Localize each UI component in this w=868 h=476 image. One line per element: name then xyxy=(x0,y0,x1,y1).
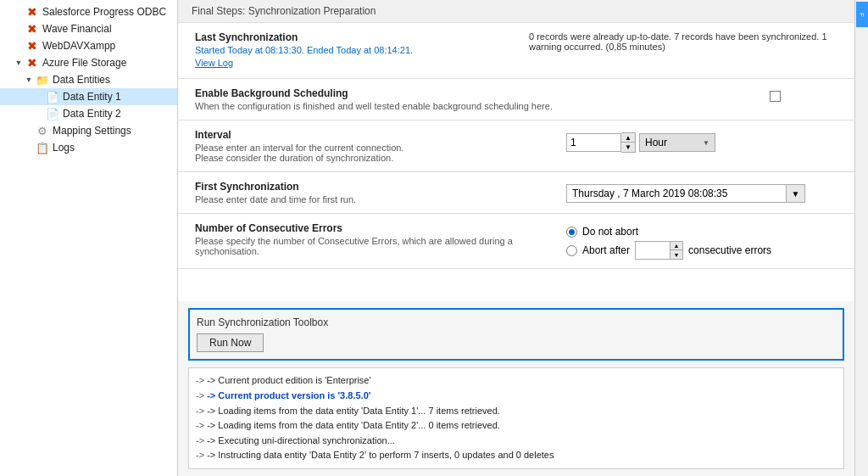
run-now-button[interactable]: Run Now xyxy=(197,333,264,352)
sidebar: ✖ Salesforce Progress ODBC ✖ Wave Financ… xyxy=(0,0,178,476)
date-value: Thursday , 7 March 2019 08:08:35 xyxy=(572,188,727,199)
interval-increment-button[interactable]: ▲ xyxy=(621,133,635,143)
interval-input[interactable] xyxy=(566,133,621,152)
abort-after-radio[interactable] xyxy=(566,245,577,256)
sidebar-item-wave[interactable]: ✖ Wave Financial xyxy=(0,20,177,37)
interval-section: Interval Please enter an interval for th… xyxy=(178,120,854,172)
log-text-1: -> Current product version is '3.8.5.0' xyxy=(207,390,370,400)
log-line-2: -> -> Loading items from the data entity… xyxy=(196,404,837,419)
interval-unit-select[interactable]: Hour ▼ xyxy=(639,133,715,152)
first-sync-title: First Synchronization xyxy=(195,181,558,193)
abort-after-input[interactable] xyxy=(636,242,670,259)
sidebar-item-label: Data Entity 2 xyxy=(63,108,121,120)
breadcrumb: Final Steps: Synchronization Preparation xyxy=(178,0,854,23)
sidebar-item-data-entities[interactable]: ▼ 📁 Data Entities xyxy=(0,71,177,88)
log-text-0: -> Current product edition is 'Enterpris… xyxy=(207,375,370,385)
do-not-abort-label: Do not abort xyxy=(582,226,638,238)
abort-increment-button[interactable]: ▲ xyxy=(670,242,682,250)
interval-unit-value: Hour xyxy=(645,137,667,148)
entity-icon: 📄 xyxy=(46,90,59,104)
sidebar-item-label: Mapping Settings xyxy=(53,125,131,137)
first-sync-desc: Please enter date and time for first run… xyxy=(195,194,558,204)
run-toolbox-section: Run Synchronization Toolbox Run Now xyxy=(188,308,844,361)
log-text-4: -> Executing uni-directional synchroniza… xyxy=(207,435,395,445)
sidebar-item-webdav[interactable]: ✖ WebDAVXampp xyxy=(0,37,177,54)
folder-icon: 📁 xyxy=(36,73,49,87)
interval-desc1: Please enter an interval for the current… xyxy=(195,143,558,153)
sidebar-item-label: Salesforce Progress ODBC xyxy=(42,6,166,18)
main-content: Final Steps: Synchronization Preparation… xyxy=(178,0,854,476)
log-line-4: -> -> Executing uni-directional synchron… xyxy=(196,434,837,449)
consecutive-errors-title: Number of Consecutive Errors xyxy=(195,222,558,234)
last-sync-section: Last Synchronization Started Today at 08… xyxy=(178,23,854,79)
consecutive-errors-section: Number of Consecutive Errors Please spec… xyxy=(178,214,854,269)
abort-suffix-label: consecutive errors xyxy=(688,244,771,256)
sidebar-item-label: Wave Financial xyxy=(42,23,112,35)
chevron-down-icon: ▼ xyxy=(14,58,24,68)
log-line-1: -> -> Current product version is '3.8.5.… xyxy=(196,389,837,404)
sidebar-item-label: Logs xyxy=(53,142,75,154)
abort-after-option[interactable]: Abort after ▲ ▼ consecutive errors xyxy=(566,241,771,260)
log-text-5: -> Instructing data entity 'Data Entity … xyxy=(207,450,554,460)
sidebar-item-logs[interactable]: 📋 Logs xyxy=(0,139,177,156)
chevron-down-icon: ▼ xyxy=(703,139,709,147)
sidebar-item-mapping-settings[interactable]: ⚙ Mapping Settings xyxy=(0,122,177,139)
expand-icon xyxy=(34,92,44,102)
sync-status-text: 0 records were already up-to-date. 7 rec… xyxy=(529,31,827,52)
last-sync-date: Started Today at 08:13:30. Ended Today a… xyxy=(195,45,504,55)
cog-icon: ✖ xyxy=(25,56,39,70)
right-panel: F xyxy=(854,0,868,476)
do-not-abort-option[interactable]: Do not abort xyxy=(566,226,638,238)
chevron-down-icon: ▼ xyxy=(24,75,34,85)
expand-icon xyxy=(24,143,34,153)
first-sync-section: First Synchronization Please enter date … xyxy=(178,172,854,214)
right-tab[interactable]: F xyxy=(856,2,868,27)
breadcrumb-text: Final Steps: Synchronization Preparation xyxy=(192,5,376,17)
sidebar-item-data-entity-1[interactable]: 📄 Data Entity 1 xyxy=(0,88,177,105)
log-text-2: -> Loading items from the data entity 'D… xyxy=(207,406,500,416)
expand-icon xyxy=(14,24,24,34)
cog-icon: ✖ xyxy=(25,39,39,53)
toolbox-title: Run Synchronization Toolbox xyxy=(197,316,836,328)
enable-bg-section: Enable Background Scheduling When the co… xyxy=(178,79,854,120)
log-line-0: -> -> Current product edition is 'Enterp… xyxy=(196,373,837,389)
sidebar-item-label: Data Entities xyxy=(53,74,110,86)
consecutive-errors-desc: Please specify the number of Consecutive… xyxy=(195,236,558,256)
log-line-3: -> -> Loading items from the data entity… xyxy=(196,418,837,434)
enable-bg-title: Enable Background Scheduling xyxy=(195,87,761,99)
interval-title: Interval xyxy=(195,129,558,141)
interval-decrement-button[interactable]: ▼ xyxy=(621,143,635,152)
sidebar-item-salesforce[interactable]: ✖ Salesforce Progress ODBC xyxy=(0,3,177,20)
cog-icon: ✖ xyxy=(25,5,39,19)
sidebar-item-label: Azure File Storage xyxy=(42,57,126,69)
do-not-abort-radio[interactable] xyxy=(566,227,577,238)
gear-icon: ⚙ xyxy=(36,124,49,137)
enable-bg-desc: When the configuration is finished and w… xyxy=(195,101,761,111)
sidebar-item-data-entity-2[interactable]: 📄 Data Entity 2 xyxy=(0,105,177,122)
expand-icon xyxy=(24,126,34,136)
sidebar-item-label: Data Entity 1 xyxy=(63,91,121,103)
interval-desc2: Please consider the duration of synchron… xyxy=(195,153,558,163)
cog-icon: ✖ xyxy=(25,22,39,36)
log-line-5: -> -> Instructing data entity 'Data Enti… xyxy=(196,448,837,463)
enable-bg-checkbox[interactable] xyxy=(770,91,781,102)
date-picker-button[interactable]: ▼ xyxy=(787,184,805,203)
expand-icon xyxy=(14,41,24,51)
entity-icon: 📄 xyxy=(46,107,59,120)
date-picker-display[interactable]: Thursday , 7 March 2019 08:08:35 xyxy=(566,184,787,203)
log-icon: 📋 xyxy=(36,141,49,154)
expand-icon xyxy=(34,109,44,119)
last-sync-title: Last Synchronization xyxy=(195,31,504,43)
abort-decrement-button[interactable]: ▼ xyxy=(670,250,682,259)
log-text-3: -> Loading items from the data entity 'D… xyxy=(207,420,500,430)
sidebar-item-label: WebDAVXampp xyxy=(42,40,115,52)
expand-icon xyxy=(14,7,24,17)
abort-after-label: Abort after xyxy=(582,244,630,256)
view-log-link[interactable]: View Log xyxy=(195,58,233,68)
sidebar-item-azure[interactable]: ▼ ✖ Azure File Storage xyxy=(0,54,177,71)
log-output: -> -> Current product edition is 'Enterp… xyxy=(188,367,844,469)
